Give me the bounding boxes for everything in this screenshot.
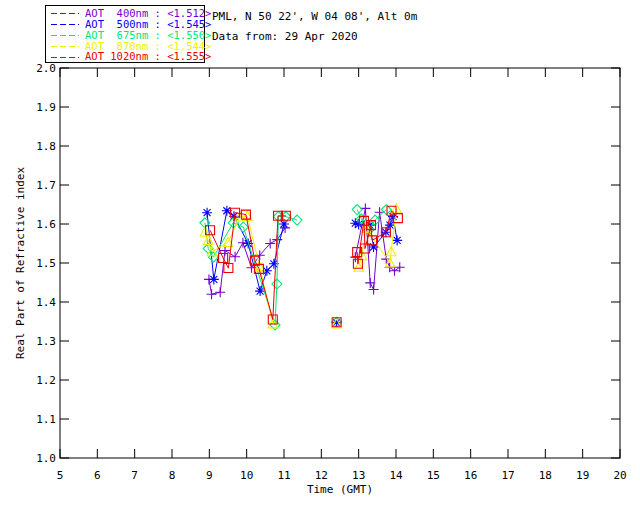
plot-frame xyxy=(60,68,620,458)
x-tick-label: 7 xyxy=(131,469,138,482)
x-tick-label: 16 xyxy=(464,469,477,482)
series-line xyxy=(210,213,286,320)
x-axis-title: Time (GMT) xyxy=(307,483,373,496)
plus-marker xyxy=(360,203,370,213)
asterisk-marker xyxy=(209,274,219,284)
x-tick-label: 8 xyxy=(169,469,176,482)
y-tick-label: 1.5 xyxy=(36,257,56,270)
x-tick-label: 18 xyxy=(539,469,552,482)
y-tick-label: 1.7 xyxy=(36,179,56,192)
y-axis: 1.01.11.21.31.41.51.61.71.81.92.0 xyxy=(36,62,620,465)
y-tick-label: 1.1 xyxy=(36,413,56,426)
x-tick-label: 11 xyxy=(277,469,290,482)
y-axis-title: Real Part of Refractive index xyxy=(14,167,27,359)
y-tick-label: 1.8 xyxy=(36,140,56,153)
x-tick-label: 13 xyxy=(352,469,365,482)
x-tick-label: 20 xyxy=(613,469,626,482)
y-tick-label: 1.2 xyxy=(36,374,56,387)
asterisk-marker xyxy=(202,208,212,218)
x-axis: 567891011121314151617181920 xyxy=(57,68,627,482)
x-tick-label: 6 xyxy=(94,469,101,482)
plus-marker xyxy=(215,287,225,297)
refractive-index-plot-page: AOT 400nm : <1.512>AOT 500nm : <1.545>AO… xyxy=(0,0,640,512)
y-tick-label: 2.0 xyxy=(36,62,56,75)
y-tick-label: 1.6 xyxy=(36,218,56,231)
x-tick-label: 14 xyxy=(389,469,403,482)
asterisk-marker xyxy=(392,235,402,245)
x-tick-label: 9 xyxy=(206,469,213,482)
y-tick-label: 1.0 xyxy=(36,452,56,465)
y-tick-label: 1.9 xyxy=(36,101,56,114)
x-tick-label: 5 xyxy=(57,469,64,482)
x-tick-label: 17 xyxy=(501,469,514,482)
x-tick-label: 15 xyxy=(427,469,440,482)
plus-marker xyxy=(207,289,217,299)
diamond-marker xyxy=(352,205,362,215)
y-tick-label: 1.4 xyxy=(36,296,56,309)
x-tick-label: 10 xyxy=(240,469,253,482)
plus-marker xyxy=(230,252,240,262)
x-tick-label: 19 xyxy=(576,469,589,482)
x-tick-label: 12 xyxy=(315,469,328,482)
series-870nm xyxy=(200,204,401,328)
chart-canvas: 5678910111213141516171819201.01.11.21.31… xyxy=(0,0,640,512)
y-tick-label: 1.3 xyxy=(36,335,56,348)
